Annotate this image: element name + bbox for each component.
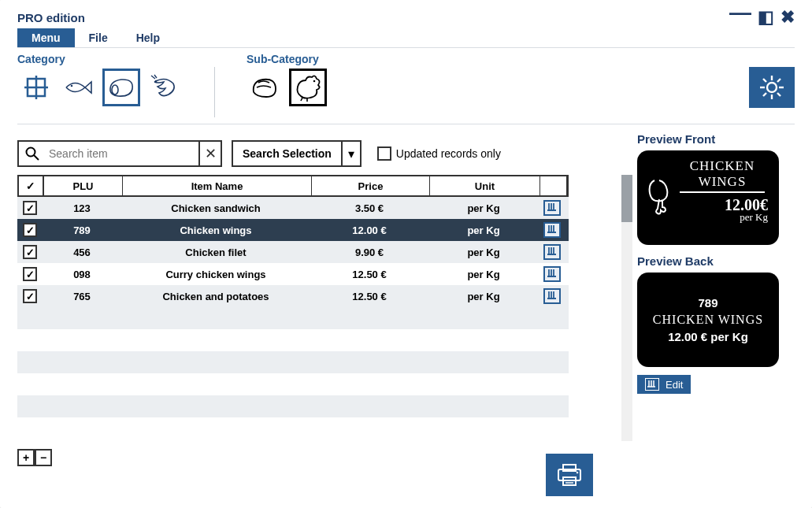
table-scrollbar[interactable] (621, 175, 632, 441)
row-unit: per Kg (428, 202, 539, 214)
preview-panel: Preview Front CHICKEN WINGS 12.00€ per K… (637, 132, 795, 496)
table-row[interactable]: ✓098Curry chicken wings12.50 €per Kg (17, 263, 569, 285)
category-group: Category (17, 53, 183, 106)
row-price: 12.50 € (310, 291, 428, 302)
subcategory-label: Sub-Category (247, 53, 327, 65)
header-name[interactable]: Item Name (123, 176, 312, 195)
svg-line-15 (763, 93, 766, 96)
row-name: Curry chicken wings (121, 269, 310, 280)
row-plu: 123 (43, 202, 121, 214)
printer-icon (555, 462, 584, 488)
row-unit: per Kg (428, 224, 539, 236)
window-controls: — ◧ ✖ (729, 6, 795, 28)
row-plu: 456 (43, 247, 121, 258)
front-line2: WINGS (680, 174, 765, 193)
header-unit[interactable]: Unit (430, 176, 540, 195)
edit-button[interactable]: Edit (637, 375, 691, 394)
toolbar-divider (17, 124, 795, 124)
close-icon[interactable]: ✖ (780, 9, 795, 26)
table-row[interactable]: ✓789Chicken wings12.00 €per Kg (17, 219, 569, 241)
category-fish-icon[interactable] (60, 69, 98, 106)
updated-only-label: Updated records only (396, 147, 501, 160)
category-row: Category Sub-Category (17, 53, 795, 117)
row-tag-button[interactable] (539, 200, 565, 216)
row-name: Chicken sandwich (121, 202, 310, 214)
svg-point-7 (767, 83, 777, 92)
row-tag-button[interactable] (539, 222, 565, 238)
category-shrimp-icon[interactable] (145, 69, 183, 106)
category-divider (214, 67, 215, 117)
row-name: Chicken filet (121, 247, 310, 258)
back-plu: 789 (698, 296, 717, 310)
updated-only-option[interactable]: Updated records only (377, 146, 501, 161)
svg-point-6 (313, 80, 316, 83)
chevron-down-icon[interactable]: ▾ (341, 142, 360, 165)
row-price: 3.50 € (310, 202, 428, 214)
row-checkbox[interactable]: ✓ (17, 245, 43, 259)
preview-back-card: 789 CHICKEN WINGS 12.00 € per Kg (637, 273, 779, 367)
items-table: PLU Item Name Price Unit ✓123Chicken san… (17, 175, 569, 439)
table-row[interactable]: ✓456Chicken filet9.90 €per Kg (17, 241, 569, 263)
table-empty-row (17, 351, 569, 373)
search-input[interactable] (46, 147, 198, 160)
header-price[interactable]: Price (312, 176, 430, 195)
search-icon (19, 146, 46, 161)
add-row-button[interactable]: + (17, 449, 35, 466)
gear-icon (758, 74, 785, 101)
preview-front-card: CHICKEN WINGS 12.00€ per Kg (637, 150, 779, 245)
remove-row-button[interactable]: − (35, 449, 52, 466)
preview-back-label: Preview Back (637, 254, 795, 268)
header-plu[interactable]: PLU (44, 176, 123, 195)
search-box: ✕ (17, 140, 222, 167)
row-plu: 789 (43, 224, 121, 236)
svg-point-4 (112, 85, 118, 95)
search-selection[interactable]: Search Selection ▾ (232, 140, 362, 167)
category-label: Category (17, 53, 183, 65)
subcat-sausage-icon[interactable] (247, 69, 284, 106)
table-row[interactable]: ✓123Chicken sandwich3.50 €per Kg (17, 197, 569, 219)
preview-front-label: Preview Front (637, 132, 795, 146)
menu-menu[interactable]: Menu (17, 28, 75, 47)
maximize-icon[interactable]: ◧ (758, 9, 774, 26)
menubar: Menu File Help (17, 28, 795, 48)
titlebar: PRO edition — ◧ ✖ (17, 8, 795, 27)
drumstick-icon (645, 172, 677, 215)
svg-point-5 (155, 80, 157, 82)
menu-help[interactable]: Help (122, 28, 174, 47)
row-tag-button[interactable] (539, 244, 565, 260)
table-empty-row (17, 329, 569, 351)
search-row: ✕ Search Selection ▾ Updated records onl… (17, 140, 618, 167)
table-empty-row (17, 307, 569, 329)
row-price: 9.90 € (310, 247, 428, 258)
scrollbar-thumb[interactable] (621, 175, 632, 222)
settings-button[interactable] (749, 67, 795, 108)
row-checkbox[interactable]: ✓ (17, 267, 43, 281)
back-priceunit: 12.00 € per Kg (668, 330, 748, 343)
edit-label: Edit (666, 379, 683, 391)
row-tag-button[interactable] (539, 266, 565, 282)
row-checkbox[interactable]: ✓ (17, 201, 43, 215)
print-button[interactable] (546, 454, 593, 496)
svg-point-3 (71, 85, 73, 87)
row-unit: per Kg (428, 291, 539, 302)
row-tag-button[interactable] (539, 288, 565, 304)
updated-only-checkbox[interactable] (377, 146, 391, 161)
svg-line-14 (777, 79, 780, 82)
category-all-icon[interactable] (17, 69, 55, 106)
row-name: Chicken and potatoes (121, 291, 310, 302)
minimize-icon[interactable]: — (729, 2, 751, 24)
tag-icon (645, 378, 659, 391)
header-select-all[interactable] (19, 176, 44, 195)
row-plu: 098 (43, 269, 121, 280)
menu-file[interactable]: File (75, 28, 122, 47)
category-meat-icon[interactable] (102, 69, 140, 106)
subcat-poultry-icon[interactable] (289, 69, 327, 106)
header-tag (540, 176, 567, 195)
window-title: PRO edition (17, 11, 85, 24)
row-checkbox[interactable]: ✓ (17, 223, 43, 237)
add-remove-group: + − (17, 449, 618, 466)
row-checkbox[interactable]: ✓ (17, 289, 43, 303)
row-unit: per Kg (428, 269, 539, 280)
table-row[interactable]: ✓765Chicken and potatoes12.50 €per Kg (17, 285, 569, 307)
search-clear-icon[interactable]: ✕ (198, 142, 221, 165)
